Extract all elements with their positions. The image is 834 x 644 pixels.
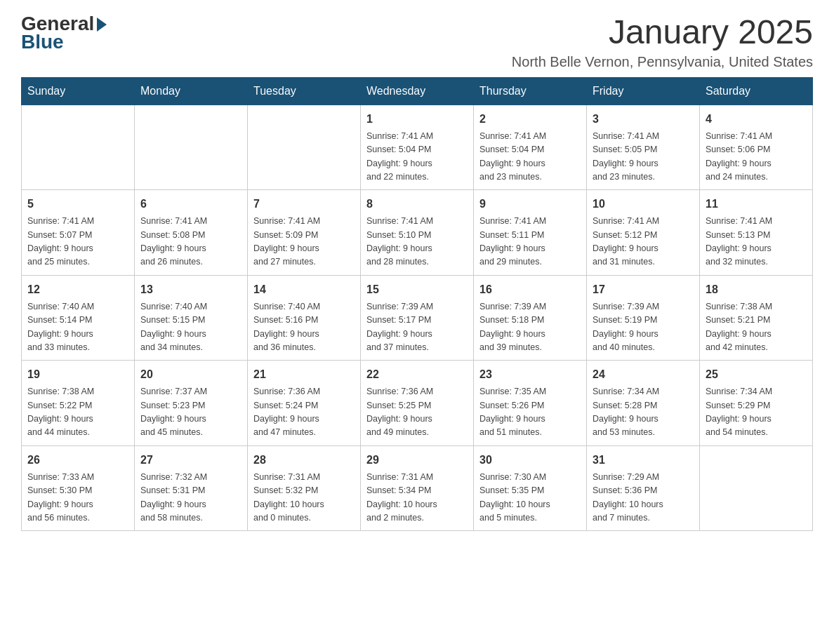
day-number: 12 [27,281,128,298]
calendar-cell: 22Sunrise: 7:36 AMSunset: 5:25 PMDayligh… [361,361,474,446]
day-number: 5 [27,196,128,213]
column-header-sunday: Sunday [22,77,135,105]
day-info: Sunrise: 7:36 AMSunset: 5:25 PMDaylight:… [366,385,468,440]
day-info: Sunrise: 7:41 AMSunset: 5:04 PMDaylight:… [366,130,468,185]
day-info: Sunrise: 7:33 AMSunset: 5:30 PMDaylight:… [27,471,128,525]
day-info: Sunrise: 7:41 AMSunset: 5:05 PMDaylight:… [593,130,694,185]
day-info: Sunrise: 7:39 AMSunset: 5:19 PMDaylight:… [593,300,694,355]
day-number: 30 [479,452,581,469]
page-header: General Blue January 2025 North Belle Ve… [21,14,813,70]
calendar-header: SundayMondayTuesdayWednesdayThursdayFrid… [22,77,813,105]
calendar-cell: 30Sunrise: 7:30 AMSunset: 5:35 PMDayligh… [474,445,587,531]
logo-blue-text: Blue [21,32,107,52]
day-info: Sunrise: 7:38 AMSunset: 5:21 PMDaylight:… [706,300,807,355]
calendar-cell: 19Sunrise: 7:38 AMSunset: 5:22 PMDayligh… [22,361,135,446]
day-number: 9 [479,196,581,213]
day-number: 11 [706,196,807,213]
main-title: January 2025 [512,14,813,51]
day-info: Sunrise: 7:41 AMSunset: 5:13 PMDaylight:… [706,215,807,269]
calendar-cell: 17Sunrise: 7:39 AMSunset: 5:19 PMDayligh… [587,275,700,361]
day-number: 19 [27,366,128,383]
day-info: Sunrise: 7:29 AMSunset: 5:36 PMDaylight:… [593,471,694,525]
day-info: Sunrise: 7:40 AMSunset: 5:15 PMDaylight:… [140,300,241,355]
calendar-cell: 15Sunrise: 7:39 AMSunset: 5:17 PMDayligh… [361,275,474,361]
day-number: 15 [366,281,468,298]
day-number: 27 [140,452,241,469]
logo-arrow-icon [97,18,107,32]
calendar-header-row: SundayMondayTuesdayWednesdayThursdayFrid… [22,77,813,105]
calendar-cell [135,105,248,190]
day-number: 21 [253,366,355,383]
column-header-thursday: Thursday [474,77,587,105]
calendar-cell: 6Sunrise: 7:41 AMSunset: 5:08 PMDaylight… [135,190,248,276]
day-number: 14 [253,281,355,298]
day-info: Sunrise: 7:36 AMSunset: 5:24 PMDaylight:… [253,385,355,440]
day-number: 18 [706,281,807,298]
calendar-week-0: 1Sunrise: 7:41 AMSunset: 5:04 PMDaylight… [22,105,813,190]
day-info: Sunrise: 7:32 AMSunset: 5:31 PMDaylight:… [140,471,241,525]
day-info: Sunrise: 7:34 AMSunset: 5:29 PMDaylight:… [706,385,807,440]
calendar-cell: 13Sunrise: 7:40 AMSunset: 5:15 PMDayligh… [135,275,248,361]
column-header-wednesday: Wednesday [361,77,474,105]
column-header-monday: Monday [135,77,248,105]
day-info: Sunrise: 7:41 AMSunset: 5:08 PMDaylight:… [140,215,241,269]
calendar-cell: 16Sunrise: 7:39 AMSunset: 5:18 PMDayligh… [474,275,587,361]
day-info: Sunrise: 7:37 AMSunset: 5:23 PMDaylight:… [140,385,241,440]
day-info: Sunrise: 7:39 AMSunset: 5:18 PMDaylight:… [479,300,581,355]
day-info: Sunrise: 7:41 AMSunset: 5:06 PMDaylight:… [706,130,807,185]
day-number: 2 [479,111,581,128]
calendar-cell: 25Sunrise: 7:34 AMSunset: 5:29 PMDayligh… [700,361,813,446]
calendar-cell [700,445,813,531]
calendar-cell: 29Sunrise: 7:31 AMSunset: 5:34 PMDayligh… [361,445,474,531]
day-number: 31 [593,452,694,469]
day-info: Sunrise: 7:38 AMSunset: 5:22 PMDaylight:… [27,385,128,440]
day-info: Sunrise: 7:41 AMSunset: 5:11 PMDaylight:… [479,215,581,269]
calendar-week-4: 26Sunrise: 7:33 AMSunset: 5:30 PMDayligh… [22,445,813,531]
day-number: 29 [366,452,468,469]
day-number: 22 [366,366,468,383]
calendar-cell: 9Sunrise: 7:41 AMSunset: 5:11 PMDaylight… [474,190,587,276]
calendar-cell: 21Sunrise: 7:36 AMSunset: 5:24 PMDayligh… [248,361,361,446]
day-number: 4 [706,111,807,128]
logo: General Blue [21,14,107,52]
day-info: Sunrise: 7:35 AMSunset: 5:26 PMDaylight:… [479,385,581,440]
calendar-cell: 1Sunrise: 7:41 AMSunset: 5:04 PMDaylight… [361,105,474,190]
day-info: Sunrise: 7:31 AMSunset: 5:34 PMDaylight:… [366,471,468,525]
calendar-cell: 4Sunrise: 7:41 AMSunset: 5:06 PMDaylight… [700,105,813,190]
day-info: Sunrise: 7:41 AMSunset: 5:10 PMDaylight:… [366,215,468,269]
day-number: 13 [140,281,241,298]
calendar-cell: 24Sunrise: 7:34 AMSunset: 5:28 PMDayligh… [587,361,700,446]
calendar-cell: 14Sunrise: 7:40 AMSunset: 5:16 PMDayligh… [248,275,361,361]
day-info: Sunrise: 7:31 AMSunset: 5:32 PMDaylight:… [253,471,355,525]
day-number: 23 [479,366,581,383]
column-header-saturday: Saturday [700,77,813,105]
day-number: 20 [140,366,241,383]
day-info: Sunrise: 7:41 AMSunset: 5:09 PMDaylight:… [253,215,355,269]
day-number: 16 [479,281,581,298]
day-info: Sunrise: 7:40 AMSunset: 5:16 PMDaylight:… [253,300,355,355]
calendar-cell: 27Sunrise: 7:32 AMSunset: 5:31 PMDayligh… [135,445,248,531]
title-block: January 2025 North Belle Vernon, Pennsyl… [512,14,813,70]
subtitle: North Belle Vernon, Pennsylvania, United… [512,54,813,70]
day-number: 10 [593,196,694,213]
day-number: 26 [27,452,128,469]
day-info: Sunrise: 7:39 AMSunset: 5:17 PMDaylight:… [366,300,468,355]
calendar-table: SundayMondayTuesdayWednesdayThursdayFrid… [21,77,813,532]
day-number: 1 [366,111,468,128]
calendar-week-2: 12Sunrise: 7:40 AMSunset: 5:14 PMDayligh… [22,275,813,361]
column-header-friday: Friday [587,77,700,105]
calendar-cell: 2Sunrise: 7:41 AMSunset: 5:04 PMDaylight… [474,105,587,190]
calendar-cell: 23Sunrise: 7:35 AMSunset: 5:26 PMDayligh… [474,361,587,446]
calendar-cell: 31Sunrise: 7:29 AMSunset: 5:36 PMDayligh… [587,445,700,531]
day-info: Sunrise: 7:40 AMSunset: 5:14 PMDaylight:… [27,300,128,355]
calendar-week-1: 5Sunrise: 7:41 AMSunset: 5:07 PMDaylight… [22,190,813,276]
calendar-week-3: 19Sunrise: 7:38 AMSunset: 5:22 PMDayligh… [22,361,813,446]
calendar-cell: 7Sunrise: 7:41 AMSunset: 5:09 PMDaylight… [248,190,361,276]
day-number: 17 [593,281,694,298]
day-number: 24 [593,366,694,383]
calendar-cell: 10Sunrise: 7:41 AMSunset: 5:12 PMDayligh… [587,190,700,276]
calendar-cell: 12Sunrise: 7:40 AMSunset: 5:14 PMDayligh… [22,275,135,361]
calendar-cell: 28Sunrise: 7:31 AMSunset: 5:32 PMDayligh… [248,445,361,531]
day-number: 7 [253,196,355,213]
calendar-cell: 3Sunrise: 7:41 AMSunset: 5:05 PMDaylight… [587,105,700,190]
